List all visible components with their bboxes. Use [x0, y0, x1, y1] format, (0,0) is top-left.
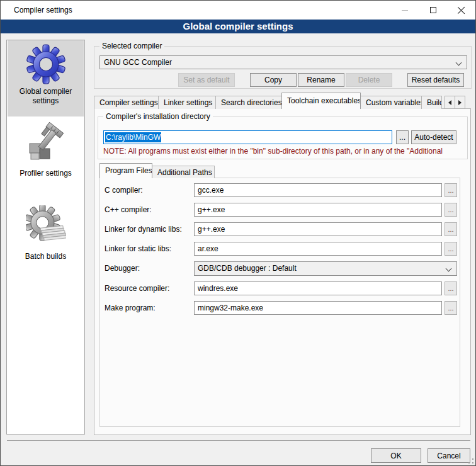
arrow-left-icon	[448, 100, 451, 105]
dialog-header: Global compiler settings	[1, 20, 475, 33]
field-label: Debugger:	[105, 261, 140, 275]
form-row: Linker for dynamic libs: g++.exe ...	[100, 222, 460, 237]
group-legend: Compiler's installation directory	[103, 112, 213, 121]
tab-build-options[interactable]: Build options	[421, 96, 442, 109]
group-legend: Selected compiler	[99, 42, 164, 50]
footer-separator	[7, 440, 470, 441]
select-value: GDB/CDB debugger : Default	[198, 264, 297, 273]
resize-grip[interactable]	[468, 458, 473, 463]
field-label: Resource compiler:	[105, 281, 169, 295]
reset-defaults-button[interactable]: Reset defaults	[407, 73, 464, 87]
compiler-select[interactable]: GNU GCC Compiler	[99, 55, 467, 69]
delete-button[interactable]: Delete	[346, 73, 392, 87]
form-row: Resource compiler: windres.exe ...	[100, 281, 460, 296]
installation-directory-input[interactable]: C:\raylib\MinGW	[103, 130, 392, 144]
blue-gear-icon	[26, 44, 66, 84]
tab-toolchain-executables[interactable]: Toolchain executables	[281, 93, 361, 109]
gray-gear-stack-icon	[26, 205, 66, 246]
minimize-button[interactable]	[390, 1, 419, 20]
tab-custom-variables[interactable]: Custom variables	[360, 96, 422, 109]
static-linker-browse-button[interactable]: ...	[445, 242, 457, 256]
copy-button[interactable]: Copy	[250, 73, 297, 87]
input-value: g++.exe	[198, 225, 225, 234]
make-program-browse-button[interactable]: ...	[445, 301, 457, 315]
maximize-icon	[430, 7, 436, 13]
titlebar: Compiler settings	[1, 1, 475, 20]
set-as-default-button[interactable]: Set as default	[178, 73, 235, 87]
cpp-compiler-input[interactable]: g++.exe	[194, 203, 442, 217]
close-icon	[458, 6, 465, 14]
debugger-select[interactable]: GDB/CDB debugger : Default	[194, 261, 457, 276]
sidebar-item-profiler-settings[interactable]: Profiler settings	[8, 118, 84, 188]
minimize-icon	[402, 10, 408, 11]
input-value: windres.exe	[198, 284, 238, 293]
auto-detect-button[interactable]: Auto-detect	[411, 130, 456, 144]
compiler-settings-window: Compiler settings Global compiler settin…	[0, 0, 476, 466]
resource-compiler-input[interactable]: windres.exe	[194, 281, 442, 295]
input-value: mingw32-make.exe	[198, 304, 263, 312]
static-linker-input[interactable]: ar.exe	[194, 242, 442, 256]
form-row: Debugger: GDB/CDB debugger : Default	[100, 261, 460, 276]
make-program-input[interactable]: mingw32-make.exe	[194, 301, 442, 315]
window-title: Compiler settings	[14, 1, 72, 20]
tab-linker-settings[interactable]: Linker settings	[158, 96, 216, 109]
dynamic-linker-browse-button[interactable]: ...	[445, 222, 457, 236]
tab-scroll-buttons	[445, 96, 465, 109]
chevron-down-icon	[446, 266, 452, 272]
program-files-panel: C compiler: gcc.exe ... C++ compiler: g+…	[99, 178, 460, 427]
input-value: gcc.exe	[198, 186, 224, 195]
c-compiler-browse-button[interactable]: ...	[445, 183, 457, 197]
form-row: C++ compiler: g++.exe ...	[100, 203, 460, 217]
close-button[interactable]	[447, 1, 475, 20]
settings-tab-strip: Compiler settings Linker settings Search…	[94, 93, 472, 109]
tab-program-files[interactable]: Program Files	[99, 163, 152, 178]
toolchain-executables-page: Compiler's installation directory C:\ray…	[94, 108, 471, 435]
note-text: NOTE: All programs must exist either in …	[103, 147, 443, 156]
field-label: Make program:	[105, 301, 156, 315]
browse-directory-button[interactable]: ...	[396, 130, 409, 144]
resource-compiler-browse-button[interactable]: ...	[445, 281, 457, 295]
tab-compiler-settings[interactable]: Compiler settings	[94, 96, 159, 109]
selected-text: C:\raylib\MinGW	[105, 132, 161, 142]
installation-directory-group: Compiler's installation directory C:\ray…	[98, 116, 468, 159]
form-row: Make program: mingw32-make.exe ...	[100, 301, 460, 315]
input-value: ar.exe	[198, 244, 218, 253]
arrow-right-icon	[458, 100, 462, 105]
c-compiler-input[interactable]: gcc.exe	[194, 183, 442, 197]
field-label: Linker for dynamic libs:	[105, 222, 182, 236]
chevron-down-icon	[456, 60, 462, 66]
cancel-button[interactable]: Cancel	[428, 448, 470, 463]
maximize-button[interactable]	[419, 1, 447, 20]
rename-button[interactable]: Rename	[298, 73, 344, 87]
ok-button[interactable]: OK	[371, 448, 421, 463]
field-label: Linker for static libs:	[105, 242, 171, 256]
caliper-icon	[26, 122, 66, 162]
sidebar-item-batch-builds[interactable]: Batch builds	[8, 202, 84, 271]
dynamic-linker-input[interactable]: g++.exe	[194, 222, 442, 236]
sidebar-item-label: Batch builds	[8, 251, 84, 261]
tab-scroll-left-button[interactable]	[445, 96, 455, 109]
window-controls	[390, 1, 475, 20]
field-label: C compiler:	[105, 183, 143, 197]
tab-additional-paths[interactable]: Additional Paths	[152, 166, 215, 178]
tab-scroll-right-button[interactable]	[455, 96, 465, 109]
program-files-tab-strip: Program Files Additional Paths	[99, 163, 215, 178]
sidebar-item-label: Global compiler settings	[8, 86, 84, 106]
compiler-select-value: GNU GCC Compiler	[104, 58, 172, 67]
form-row: Linker for static libs: ar.exe ...	[100, 242, 460, 256]
sidebar-item-label: Profiler settings	[8, 168, 84, 178]
cpp-compiler-browse-button[interactable]: ...	[445, 203, 457, 217]
input-value: g++.exe	[198, 205, 225, 214]
sidebar-item-global-compiler-settings[interactable]: Global compiler settings	[8, 40, 84, 116]
form-row: C compiler: gcc.exe ...	[100, 183, 460, 198]
field-label: C++ compiler:	[105, 203, 152, 217]
settings-category-list: Global compiler settings	[6, 40, 85, 435]
tab-search-directories[interactable]: Search directories	[215, 96, 282, 109]
selected-compiler-group: Selected compiler GNU GCC Compiler Set a…	[94, 46, 472, 89]
